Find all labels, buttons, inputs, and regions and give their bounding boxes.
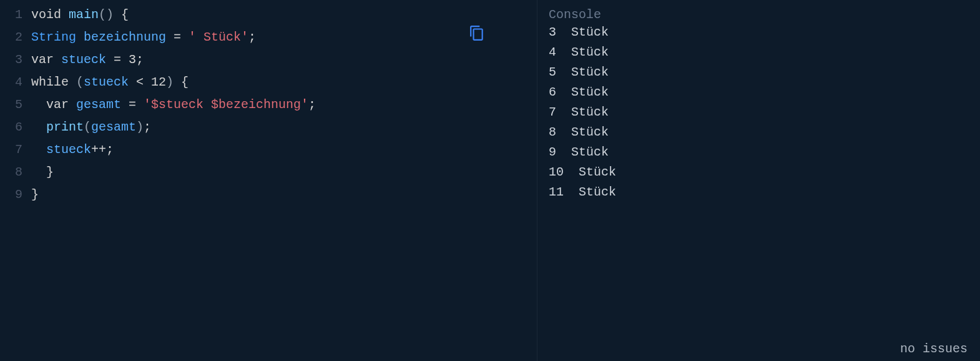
- console-output-line: 3 Stück: [537, 22, 980, 42]
- code-content[interactable]: print(gesamt);: [31, 116, 151, 139]
- line-number: 2: [0, 26, 31, 49]
- console-output-line: 9 Stück: [537, 142, 980, 162]
- console-output-line: 7 Stück: [537, 102, 980, 122]
- line-number: 7: [0, 139, 31, 161]
- code-editor-pane[interactable]: 1void main() {2String bezeichnung = ' St…: [0, 0, 537, 361]
- code-line[interactable]: 2String bezeichnung = ' Stück';: [0, 26, 537, 49]
- line-number: 4: [0, 71, 31, 94]
- line-number: 3: [0, 49, 31, 71]
- code-line[interactable]: 4while (stueck < 12) {: [0, 71, 537, 94]
- code-content[interactable]: stueck++;: [31, 139, 114, 161]
- code-content[interactable]: while (stueck < 12) {: [31, 71, 189, 94]
- copy-icon: [469, 25, 485, 45]
- line-number: 5: [0, 94, 31, 116]
- code-content[interactable]: void main() {: [31, 4, 129, 26]
- code-line[interactable]: 1void main() {: [0, 4, 537, 26]
- console-output-line: 6 Stück: [537, 82, 980, 102]
- code-line[interactable]: 9}: [0, 184, 537, 206]
- code-content[interactable]: var stueck = 3;: [31, 49, 144, 71]
- code-content[interactable]: var gesamt = '$stueck $bezeichnung';: [31, 94, 316, 116]
- console-output-line: 8 Stück: [537, 122, 980, 142]
- console-pane: Console 3 Stück4 Stück5 Stück6 Stück7 St…: [537, 0, 980, 361]
- console-output-line: 10 Stück: [537, 162, 980, 182]
- line-number: 6: [0, 116, 31, 139]
- code-line[interactable]: 8 }: [0, 161, 537, 184]
- code-line[interactable]: 6 print(gesamt);: [0, 116, 537, 139]
- code-content[interactable]: String bezeichnung = ' Stück';: [31, 26, 256, 49]
- line-number: 9: [0, 184, 31, 206]
- line-number: 1: [0, 4, 31, 26]
- code-content[interactable]: }: [31, 184, 39, 206]
- code-line[interactable]: 5 var gesamt = '$stueck $bezeichnung';: [0, 94, 537, 116]
- issues-status[interactable]: no issues: [900, 342, 968, 356]
- line-number: 8: [0, 161, 31, 184]
- code-line[interactable]: 7 stueck++;: [0, 139, 537, 161]
- console-output-line: 4 Stück: [537, 42, 980, 62]
- console-output-line: 5 Stück: [537, 62, 980, 82]
- code-line[interactable]: 3var stueck = 3;: [0, 49, 537, 71]
- console-title: Console: [537, 4, 980, 22]
- copy-button[interactable]: [467, 25, 487, 45]
- code-content[interactable]: }: [31, 161, 54, 184]
- console-output-line: 11 Stück: [537, 182, 980, 202]
